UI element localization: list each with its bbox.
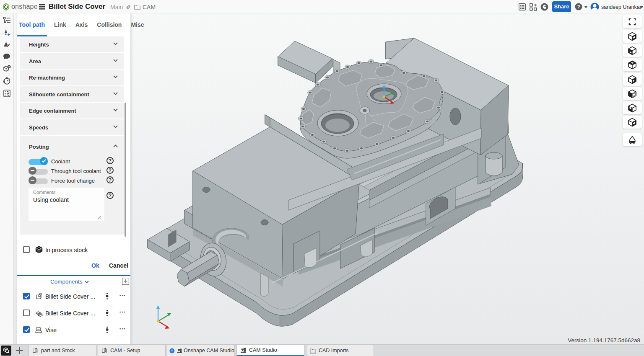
svg-text:?: ? bbox=[8, 65, 10, 68]
svg-text:?: ? bbox=[577, 4, 580, 9]
